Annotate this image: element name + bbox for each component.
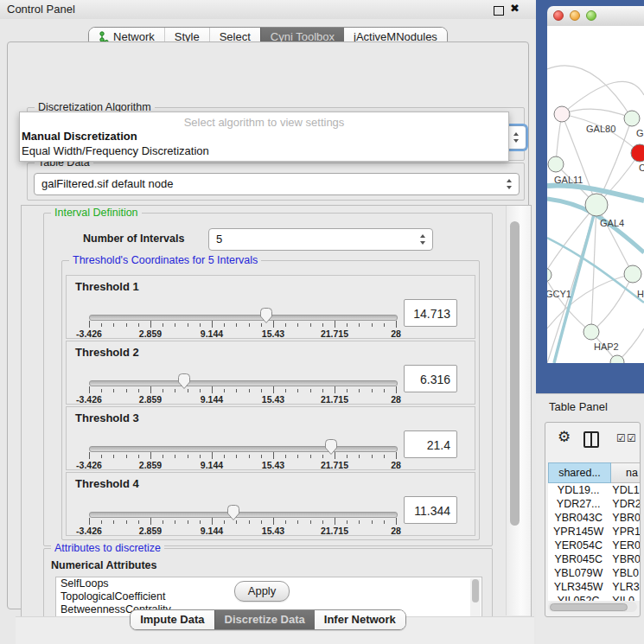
scrollbar-thumb[interactable] — [472, 579, 479, 603]
network-canvas[interactable]: GAL80GCGAL11GAL4GCY1HHAP2 — [547, 26, 644, 363]
cell-shared-name: YBR043C — [548, 511, 609, 525]
tick-mark — [335, 452, 335, 459]
threshold-label: Threshold 4 — [75, 477, 139, 490]
tick-mark — [249, 520, 250, 524]
tick-mark — [175, 520, 175, 524]
table-row[interactable]: YLR345WYLR3 — [548, 580, 641, 594]
table-data-combobox[interactable]: galFiltered.sif default node — [34, 173, 520, 195]
node-label: HAP2 — [594, 341, 619, 352]
minimize-traffic-light-icon[interactable] — [570, 10, 580, 21]
combo-arrows-icon — [513, 132, 520, 143]
tick-mark — [372, 520, 373, 524]
tick-mark — [188, 455, 188, 458]
tick-label: 21.715 — [321, 526, 348, 536]
network-node[interactable] — [548, 156, 564, 172]
network-node[interactable] — [585, 194, 608, 216]
combo-value: galFiltered.sif default node — [41, 174, 173, 194]
tick-label: -3.426 — [76, 460, 102, 470]
slider-track[interactable] — [89, 380, 398, 386]
network-node[interactable] — [624, 111, 640, 126]
threshold-value-input[interactable]: 11.344 — [404, 496, 457, 524]
slider-track[interactable] — [89, 446, 398, 452]
gear-icon[interactable]: ⚙ — [558, 429, 571, 446]
network-node[interactable] — [554, 106, 570, 122]
threshold-label: Threshold 2 — [75, 346, 139, 359]
table-row[interactable]: YBR045CYBR0 — [548, 552, 641, 566]
tick-mark — [249, 389, 250, 392]
threshold-value-input[interactable]: 21.4 — [404, 430, 457, 458]
tick-mark — [297, 520, 298, 524]
tick-label: 28 — [391, 394, 401, 405]
table-row[interactable]: YER054CYER0 — [548, 539, 641, 552]
threshold-4-panel: Threshold 4 -3.4262.8599.14415.4321.7152… — [66, 472, 475, 536]
tick-label: 9.144 — [201, 328, 223, 339]
tick-mark — [347, 455, 348, 458]
network-edge — [562, 81, 644, 114]
slider-tick-labels: -3.4262.8599.14415.4321.71528 — [89, 394, 396, 404]
tick-mark — [359, 323, 360, 327]
close-traffic-light-icon[interactable] — [553, 10, 564, 21]
vertical-scrollbar[interactable] — [506, 206, 531, 615]
cell-name: YBR0 — [609, 511, 641, 525]
network-node[interactable] — [583, 324, 599, 340]
network-node[interactable] — [624, 265, 641, 283]
cell-shared-name: YBR045C — [548, 552, 609, 566]
tab-discretize-data[interactable]: Discretize Data — [214, 610, 315, 629]
tab-infer-network[interactable]: Infer Network — [315, 610, 405, 629]
tick-mark — [212, 452, 213, 459]
tick-mark — [163, 520, 163, 524]
slider-tick-labels: -3.4262.8599.14415.4321.71528 — [89, 460, 396, 469]
column-header-shared-name[interactable]: shared... — [548, 462, 611, 483]
group-label: Attributes to discretize — [51, 542, 164, 554]
network-node[interactable] — [631, 144, 644, 162]
scrollbar-thumb[interactable] — [510, 221, 520, 526]
node-label: G — [636, 128, 644, 138]
tick-mark — [384, 323, 385, 327]
threshold-value-input[interactable]: 6.316 — [404, 365, 457, 392]
tick-mark — [163, 455, 163, 458]
tick-mark — [335, 321, 335, 328]
combo-value: 5 — [216, 229, 222, 250]
cell-shared-name: YLR345W — [548, 580, 609, 594]
network-node[interactable] — [547, 268, 552, 282]
float-window-icon[interactable] — [494, 6, 504, 16]
network-window-titlebar[interactable] — [547, 6, 644, 27]
table-row[interactable]: YBR043CYBR0 — [548, 511, 641, 525]
tick-mark — [372, 455, 373, 458]
dropdown-option-manual[interactable]: Manual Discretization — [20, 129, 508, 143]
table-panel-region: Table Panel ⚙ ☑ ☑ shared... na YDL19...Y… — [536, 393, 644, 644]
tick-mark — [101, 389, 102, 392]
tick-mark — [224, 323, 225, 327]
network-desktop-background: GAL80GCGAL11GAL4GCY1HHAP2 — [536, 0, 644, 393]
table-row[interactable]: YBL079WYBL0 — [548, 566, 641, 580]
tick-mark — [175, 455, 175, 458]
group-label: Interval Definition — [51, 207, 142, 219]
control-panel-titlebar: Control Panel ✖ — [0, 0, 536, 19]
tab-impute-data[interactable]: Impute Data — [131, 610, 214, 629]
threshold-value-input[interactable]: 14.713 — [404, 299, 457, 327]
zoom-traffic-light-icon[interactable] — [586, 10, 596, 21]
apply-button[interactable]: Apply — [234, 581, 290, 602]
tab-label: Impute Data — [140, 610, 204, 629]
horizontal-scrollbar[interactable] — [548, 602, 637, 612]
combo-arrows-icon — [507, 179, 513, 189]
checkbox-icon[interactable]: ☑ — [616, 432, 626, 444]
close-icon[interactable]: ✖ — [510, 2, 520, 15]
slider-track[interactable] — [89, 315, 398, 321]
table-row[interactable]: YIL052CYIL0 — [548, 594, 641, 601]
dropdown-option-equal-width[interactable]: Equal Width/Frequency Discretization — [20, 143, 508, 158]
panel-title: Control Panel — [7, 3, 75, 16]
scrollbar-thumb[interactable] — [550, 603, 628, 611]
node-label: GAL80 — [586, 124, 615, 134]
table-row[interactable]: YPR145WYPR1 — [548, 525, 641, 539]
checkbox-icon[interactable]: ☑ — [627, 432, 636, 444]
cell-shared-name: YER054C — [548, 539, 609, 552]
number-of-intervals-combobox[interactable]: 5 — [208, 228, 433, 251]
tick-mark — [113, 389, 114, 392]
table-row[interactable]: YDL19...YDL1 — [548, 483, 641, 497]
split-columns-icon[interactable] — [583, 431, 599, 448]
column-header-name[interactable]: na — [611, 462, 641, 483]
slider-track[interactable] — [89, 512, 398, 518]
table-row[interactable]: YDR27...YDR2 — [548, 497, 641, 511]
tick-label: 21.715 — [321, 394, 348, 405]
